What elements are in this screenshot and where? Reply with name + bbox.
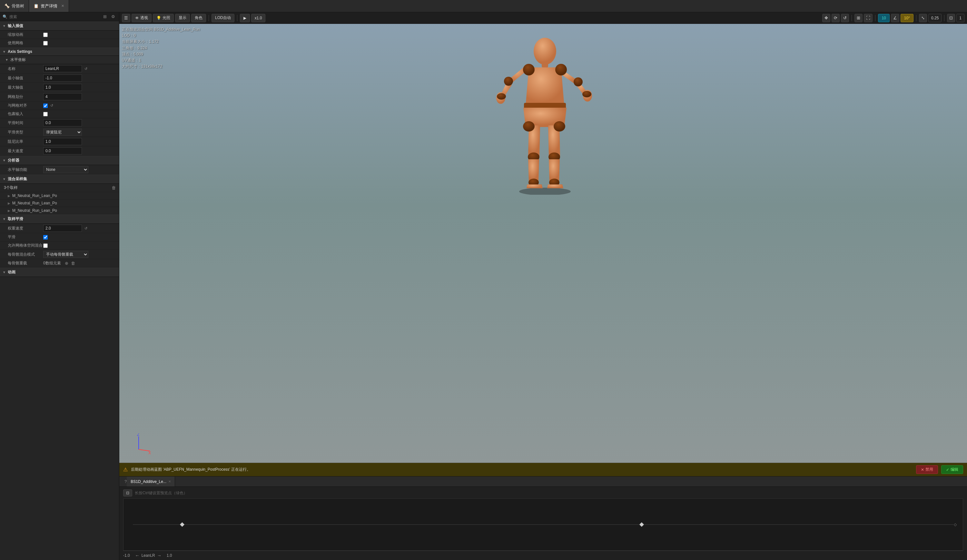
smooth-time-input[interactable] [43, 119, 82, 126]
asset-detail-tab[interactable]: 📋 资产详情 ✕ [29, 0, 69, 12]
name-input[interactable] [43, 65, 82, 72]
input-section-title: 输入插值 [8, 23, 23, 29]
wrap-checkbox[interactable] [43, 112, 48, 116]
info-line-7: 大约尺寸：131x38x172 [122, 64, 200, 70]
left-hip-joint [523, 121, 535, 132]
move-icon[interactable]: ✥ [822, 14, 830, 22]
sep6 [944, 15, 944, 21]
viewport-info: 正在预览混合空间 BS1D_Additive_Lean_Run LOD：0 当前… [122, 26, 200, 70]
scale-icon[interactable]: ⤡ [919, 14, 927, 22]
anim-section-header[interactable]: ▼ 动画 [0, 268, 119, 277]
disable-btn[interactable]: ✕ 禁用 [916, 465, 938, 474]
rotate-icon[interactable]: ⟳ [832, 14, 840, 22]
blend-samples-header[interactable]: ▼ 混合采样集 [0, 175, 119, 184]
perspective-btn[interactable]: 👁 透视 [132, 14, 152, 22]
bone-blend-mode-select[interactable]: 手动每骨骼重载 [43, 251, 88, 258]
sample-2-arrow: ▶ [8, 201, 10, 205]
sample-2-label: M_Neutral_Run_Lean_Po [12, 201, 116, 205]
bone-blend-mode-row: 每骨骼混合模式 手动每骨骼重载 [0, 250, 119, 259]
preview-btn[interactable]: ⊡ [123, 489, 132, 496]
min-val-input[interactable] [43, 74, 82, 82]
grid3d-icon[interactable]: ⊞ [855, 14, 863, 22]
per-bone-label: 每骨骼重载 [8, 260, 43, 266]
weight-speed-container: ↺ [43, 225, 116, 232]
axis-settings-header[interactable]: ▼ Axis Settings [0, 48, 119, 56]
sample-item-3[interactable]: ▶ M_Neutral_Run_Lean_Po [0, 207, 119, 214]
horiz-axis-header[interactable]: ▼ 水平坐标 [0, 56, 119, 64]
refresh-icon[interactable]: ↺ [841, 14, 849, 22]
use-mesh-checkbox[interactable] [43, 41, 48, 46]
asset-tab-label: 资产详情 [41, 3, 58, 9]
lod-btn[interactable]: LOD自动 [211, 14, 234, 22]
grid-view-icon[interactable]: ⊞ [102, 13, 108, 20]
bottom-tab-close-icon[interactable]: ✕ [168, 480, 171, 483]
timeline-diamond-mid[interactable] [639, 522, 644, 527]
damping-container [43, 138, 116, 145]
bottom-panel-tabs: ? BS1D_Additive_Le... ✕ [119, 476, 967, 487]
skeleton-tree-tab[interactable]: 🦴 骨骼树 [0, 0, 29, 12]
bottom-tab-label: BS1D_Additive_Le... [130, 479, 167, 484]
allow-bone-checkbox[interactable] [43, 244, 48, 248]
hamburger-btn[interactable]: ☰ [122, 14, 130, 22]
sample-smooth-title: 取样平滑 [8, 216, 23, 222]
max-speed-input[interactable] [43, 147, 82, 155]
sample-item-2[interactable]: ▶ M_Neutral_Run_Lean_Po [0, 199, 119, 207]
angle-num-btn[interactable]: 10° [901, 14, 914, 22]
show-btn[interactable]: 显示 [175, 14, 190, 22]
grid-num: 10 [881, 16, 886, 20]
grid-num-btn[interactable]: 10 [878, 14, 889, 22]
per-bone-add[interactable]: ⊕ [64, 260, 69, 266]
input-section-header[interactable]: ▼ 输入插值 [0, 21, 119, 31]
speed-btn[interactable]: x1.0 [251, 14, 266, 22]
horiz-func-select[interactable]: None [43, 166, 88, 173]
bottom-help-icon[interactable]: ? [124, 479, 127, 484]
play-icon: ▶ [243, 16, 246, 20]
right-foot [547, 184, 563, 188]
max-val-input[interactable] [43, 84, 82, 91]
svg-text:Z: Z [137, 433, 139, 437]
max-speed-label: 最大速度 [8, 148, 43, 154]
search-input[interactable] [9, 15, 100, 19]
viewport[interactable]: 正在预览混合空间 BS1D_Additive_Lean_Run LOD：0 当前… [119, 24, 967, 476]
name-reset-icon[interactable]: ↺ [84, 67, 87, 71]
smooth2-checkbox[interactable] [43, 235, 48, 240]
angle-btn[interactable]: 角色 [191, 14, 206, 22]
snap-reset-icon[interactable]: ↺ [50, 104, 53, 108]
sample-smooth-header[interactable]: ▼ 取样平滑 [0, 214, 119, 224]
grid-div-input[interactable] [43, 93, 82, 100]
edit-btn[interactable]: ✓ 编辑 [941, 465, 963, 474]
smooth-type-select[interactable]: 弹簧阻尼 [43, 128, 82, 136]
weight-speed-input[interactable] [43, 225, 82, 232]
right-shin [549, 159, 560, 182]
damping-row: 阻尼比率 [0, 137, 119, 147]
snap-checkbox[interactable] [43, 104, 48, 108]
sample-item-1[interactable]: ▶ M_Neutral_Run_Lean_Po [0, 192, 119, 199]
play-anim-checkbox[interactable] [43, 33, 48, 37]
timeline-diamond-left[interactable] [180, 522, 185, 527]
name-value-container: ↺ [43, 65, 116, 72]
damping-input[interactable] [43, 138, 82, 145]
lighting-btn[interactable]: 💡 光照 [153, 14, 174, 22]
skeleton-tab-label: 骨骼树 [12, 3, 24, 9]
blend-canvas-area[interactable]: ◇ [123, 498, 963, 551]
search-icon: 🔍 [3, 15, 7, 19]
play-btn[interactable]: ▶ [240, 14, 250, 22]
scene-icon[interactable]: ⛶ [864, 14, 873, 22]
weight-speed-reset[interactable]: ↺ [84, 226, 87, 231]
bottom-blend-tab[interactable]: BS1D_Additive_Le... ✕ [127, 476, 175, 486]
settings-icon[interactable]: ⚙ [110, 13, 116, 20]
analyzer-section-header[interactable]: ▼ 分析器 [0, 156, 119, 165]
horiz-func-container: None [43, 166, 116, 173]
angle-icon[interactable]: ∠ [891, 14, 899, 22]
max-speed-row: 最大速度 [0, 147, 119, 156]
screen-icon[interactable]: ⊡ [947, 14, 955, 22]
per-bone-delete[interactable]: 🗑 [70, 260, 76, 266]
mannequin-figure [479, 33, 608, 175]
bottom-panel: ? BS1D_Additive_Le... ✕ ⊡ 长按Ctrl键设置预览点（绿… [119, 476, 967, 560]
smooth-type-row: 平滑类型 弹簧阻尼 [0, 128, 119, 137]
min-val-label: 最小轴值 [8, 76, 43, 81]
delete-samples-icon[interactable]: 🗑 [111, 185, 116, 191]
asset-tab-close[interactable]: ✕ [61, 4, 64, 8]
head [534, 38, 556, 65]
axis-neg-label: -1.0 [123, 553, 130, 558]
